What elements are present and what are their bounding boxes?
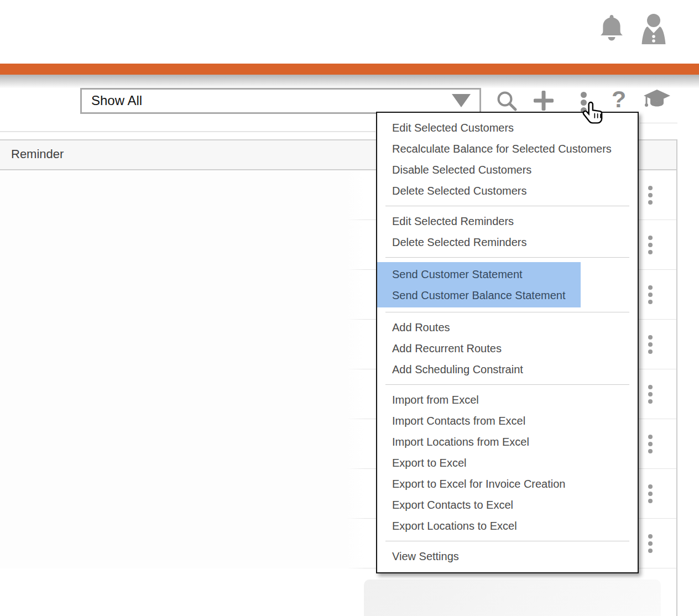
menu-item[interactable]: Add Scheduling Constraint: [377, 359, 638, 380]
menu-divider: [385, 384, 629, 385]
menu-group: View Settings: [377, 546, 638, 567]
account-person-icon[interactable]: [638, 13, 669, 45]
menu-group-highlighted: Send Customer StatementSend Customer Bal…: [377, 262, 581, 307]
menu-group: Add RoutesAdd Recurrent RoutesAdd Schedu…: [377, 317, 638, 380]
row-actions-kebab-icon[interactable]: [647, 335, 654, 354]
content-overlay: [0, 171, 365, 568]
table-right-border: [676, 139, 677, 616]
menu-divider: [385, 312, 629, 312]
show-all-filter-select[interactable]: Show All: [80, 88, 481, 114]
menu-divider: [385, 257, 629, 258]
menu-divider: [385, 206, 629, 206]
add-icon[interactable]: [532, 89, 555, 112]
menu-item[interactable]: Export to Excel: [377, 452, 638, 473]
menu-item[interactable]: Send Customer Balance Statement: [377, 285, 581, 306]
menu-item[interactable]: Export Contacts to Excel: [377, 494, 638, 515]
menu-group: Edit Selected RemindersDelete Selected R…: [377, 211, 638, 253]
menu-item[interactable]: Edit Selected Reminders: [377, 211, 638, 232]
row-actions-kebab-icon[interactable]: [647, 236, 654, 254]
topbar: [0, 0, 699, 64]
menu-item[interactable]: Edit Selected Customers: [377, 117, 638, 138]
menu-item[interactable]: Import Locations from Excel: [377, 431, 638, 452]
menu-item[interactable]: Add Routes: [377, 317, 638, 338]
menu-item[interactable]: Add Recurrent Routes: [377, 338, 638, 359]
context-menu: Edit Selected CustomersRecalculate Balan…: [376, 112, 639, 573]
bottom-panel-shadow: [364, 580, 661, 616]
row-actions-kebab-icon[interactable]: [647, 484, 654, 503]
row-actions-kebab-icon[interactable]: [647, 385, 654, 404]
menu-group: Import from ExcelImport Contacts from Ex…: [377, 389, 638, 536]
help-icon[interactable]: ?: [612, 87, 626, 111]
notification-bell-icon[interactable]: [598, 14, 625, 44]
menu-group: Edit Selected CustomersRecalculate Balan…: [377, 117, 638, 201]
app-screen: Show All ? Reminder Edit Selected Custom…: [0, 0, 699, 616]
menu-item[interactable]: Import Contacts from Excel: [377, 410, 638, 431]
menu-item[interactable]: Delete Selected Reminders: [377, 232, 638, 253]
filter-select-value: Show All: [82, 90, 479, 112]
row-actions-kebab-icon[interactable]: [647, 534, 654, 553]
menu-item[interactable]: Import from Excel: [377, 389, 638, 410]
menu-item[interactable]: Disable Selected Customers: [377, 159, 638, 180]
toolbar-shadow: [0, 75, 699, 90]
search-icon[interactable]: [496, 90, 518, 112]
dropdown-arrow-icon: [452, 94, 471, 107]
row-actions-kebab-icon[interactable]: [647, 186, 654, 205]
menu-divider: [385, 541, 629, 541]
toolbar-divider-left: [0, 131, 375, 132]
accent-bar: [0, 64, 699, 75]
menu-item[interactable]: Send Customer Statement: [377, 264, 581, 285]
menu-item[interactable]: Export to Excel for Invoice Creation: [377, 473, 638, 494]
row-actions-kebab-icon[interactable]: [647, 285, 654, 304]
menu-item[interactable]: Delete Selected Customers: [377, 180, 638, 201]
menu-item[interactable]: View Settings: [377, 546, 638, 567]
training-icon[interactable]: [643, 88, 671, 113]
menu-item[interactable]: Recalculate Balance for Selected Custome…: [377, 138, 638, 159]
menu-item[interactable]: Export Locations to Excel: [377, 515, 638, 536]
row-actions-kebab-icon[interactable]: [647, 435, 654, 453]
toolbar-divider-right: [640, 123, 677, 123]
